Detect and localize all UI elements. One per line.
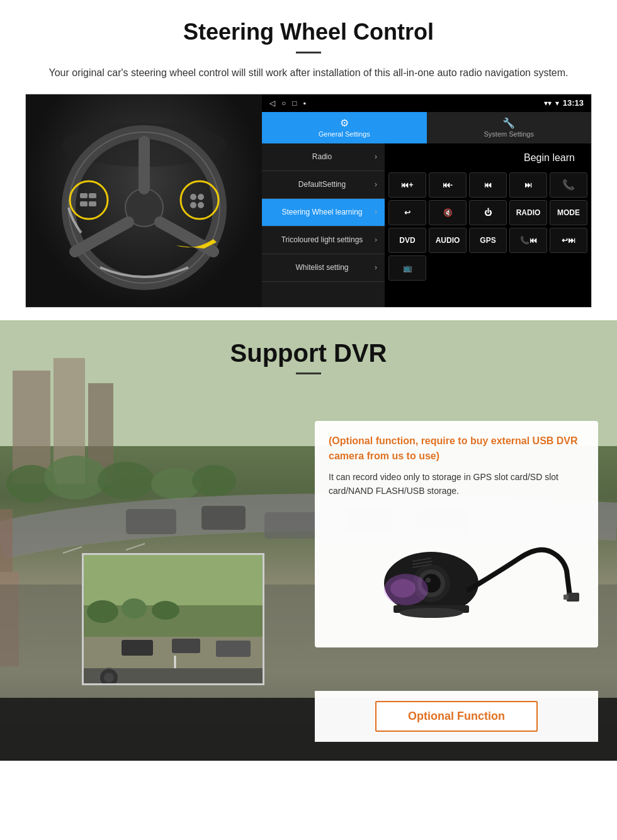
dvr-screenshot-thumbnail bbox=[82, 553, 264, 685]
section-subtitle: Your original car's steering wheel contr… bbox=[38, 65, 579, 81]
status-left: ◁ ○ □ ▪ bbox=[269, 99, 306, 108]
phone-prev-btn[interactable]: 📞⏮ bbox=[509, 228, 547, 253]
begin-learn-row: Begin learn bbox=[388, 147, 587, 169]
svg-point-14 bbox=[198, 194, 204, 200]
begin-learn-button[interactable]: Begin learn bbox=[511, 147, 587, 169]
svg-rect-11 bbox=[80, 201, 88, 206]
dvr-section: Support DVR (Optional function, require … bbox=[0, 320, 617, 761]
menu-list: Radio › DefaultSetting › Steering Wheel … bbox=[262, 143, 385, 307]
status-bar: ◁ ○ □ ▪ ▾▾ ▾ 13:13 bbox=[262, 94, 591, 112]
svg-point-13 bbox=[190, 194, 196, 200]
dvd-btn[interactable]: DVD bbox=[388, 228, 426, 253]
menu-steering-label: Steering Wheel learning bbox=[269, 208, 375, 216]
gps-btn[interactable]: GPS bbox=[469, 228, 507, 253]
chevron-right-icon: › bbox=[375, 235, 377, 244]
menu-item-radio[interactable]: Radio › bbox=[262, 143, 385, 171]
steering-wheel-image bbox=[26, 94, 262, 308]
menu-item-default[interactable]: DefaultSetting › bbox=[262, 171, 385, 199]
dvr-camera-svg bbox=[331, 508, 582, 634]
chevron-right-icon: › bbox=[375, 152, 377, 161]
svg-point-15 bbox=[190, 202, 196, 208]
wifi-icon: ▾ bbox=[555, 99, 559, 108]
power-btn[interactable]: ⏻ bbox=[469, 200, 507, 225]
hang-up-btn[interactable]: ↩ bbox=[388, 200, 426, 225]
steering-wheel-svg bbox=[50, 107, 239, 296]
svg-point-64 bbox=[104, 673, 114, 683]
dvr-header: Support DVR bbox=[0, 320, 617, 384]
svg-point-25 bbox=[192, 465, 236, 496]
svg-rect-9 bbox=[80, 193, 88, 198]
radio-btn[interactable]: RADIO bbox=[509, 200, 547, 225]
svg-point-55 bbox=[152, 601, 179, 620]
svg-rect-51 bbox=[84, 555, 264, 605]
svg-rect-59 bbox=[216, 641, 251, 657]
svg-point-47 bbox=[390, 579, 416, 598]
home-nav-icon[interactable]: ○ bbox=[281, 99, 286, 108]
svg-point-53 bbox=[87, 600, 118, 623]
title-divider bbox=[296, 52, 321, 53]
chevron-right-icon: › bbox=[375, 180, 377, 189]
dvr-camera-illustration bbox=[329, 508, 584, 634]
status-time: 13:13 bbox=[563, 98, 584, 108]
mode-btn[interactable]: MODE bbox=[550, 200, 587, 225]
menu-whitelist-label: Whitelist setting bbox=[269, 263, 375, 272]
status-icons: ▾▾ ▾ 13:13 bbox=[544, 98, 584, 108]
vol-up-btn[interactable]: ⏮+ bbox=[388, 172, 426, 198]
menu-tricolour-label: Tricoloured light settings bbox=[269, 235, 375, 244]
back-nav-icon[interactable]: ◁ bbox=[269, 99, 275, 108]
menu-controls-area: Radio › DefaultSetting › Steering Wheel … bbox=[262, 143, 591, 307]
screenshot-container: ◁ ○ □ ▪ ▾▾ ▾ 13:13 ⚙ General Settings bbox=[25, 94, 592, 308]
nav-tabs: ⚙ General Settings 🔧 System Settings bbox=[262, 112, 591, 143]
svg-point-43 bbox=[400, 608, 463, 618]
menu-item-steering-learning[interactable]: Steering Wheel learning › bbox=[262, 199, 385, 227]
android-ui: ◁ ○ □ ▪ ▾▾ ▾ 13:13 ⚙ General Settings bbox=[262, 94, 591, 307]
tab-general-settings[interactable]: ⚙ General Settings bbox=[262, 112, 427, 143]
svg-point-22 bbox=[44, 456, 107, 500]
dvr-divider bbox=[296, 372, 321, 374]
menu-item-whitelist[interactable]: Whitelist setting › bbox=[262, 254, 385, 282]
next-track-btn[interactable]: ⏭ bbox=[509, 172, 547, 198]
dvr-info-description: It can record video only to storage in G… bbox=[329, 470, 584, 498]
control-grid: ⏮+ ⏮- ⏮ ⏭ 📞 ↩ 🔇 ⏻ RADIO MODE DVD AUDIO G… bbox=[388, 172, 587, 281]
menu-default-label: DefaultSetting bbox=[269, 180, 375, 189]
svg-point-23 bbox=[98, 462, 154, 500]
menu-nav-icon[interactable]: ▪ bbox=[303, 99, 306, 108]
menu-item-tricolour[interactable]: Tricoloured light settings › bbox=[262, 227, 385, 254]
tab-general-label: General Settings bbox=[319, 130, 370, 138]
mute-btn[interactable]: 🔇 bbox=[429, 200, 467, 225]
audio-btn[interactable]: AUDIO bbox=[429, 228, 467, 253]
svg-rect-57 bbox=[122, 640, 153, 656]
svg-rect-45 bbox=[563, 595, 569, 600]
controls-panel: Begin learn ⏮+ ⏮- ⏮ ⏭ 📞 ↩ 🔇 ⏻ RADIO MODE bbox=[385, 143, 591, 307]
svg-rect-58 bbox=[172, 639, 200, 653]
recents-nav-icon[interactable]: □ bbox=[292, 99, 297, 108]
dvr-info-card: (Optional function, require to buy exter… bbox=[315, 421, 598, 648]
phone-btn[interactable]: 📞 bbox=[550, 172, 587, 198]
tab-system-settings[interactable]: 🔧 System Settings bbox=[427, 112, 592, 143]
svg-line-5 bbox=[75, 222, 128, 252]
svg-rect-33 bbox=[0, 509, 13, 572]
svg-rect-28 bbox=[264, 512, 321, 539]
tab-system-label: System Settings bbox=[484, 130, 534, 138]
svg-rect-26 bbox=[126, 509, 176, 534]
svg-point-41 bbox=[426, 578, 431, 583]
dvr-optional-notice: (Optional function, require to buy exter… bbox=[329, 434, 584, 464]
signal-icon: ▾▾ bbox=[544, 99, 552, 108]
back-next-btn[interactable]: ↩⏭ bbox=[550, 228, 587, 253]
svg-rect-10 bbox=[89, 193, 96, 198]
mini-scene-svg bbox=[84, 555, 264, 685]
menu-radio-label: Radio bbox=[269, 152, 375, 161]
svg-line-31 bbox=[63, 547, 82, 553]
extra-btn[interactable]: 📺 bbox=[388, 255, 426, 281]
steering-section: Steering Wheel Control Your original car… bbox=[0, 0, 617, 320]
dvr-title: Support DVR bbox=[0, 339, 617, 367]
chevron-right-icon: › bbox=[375, 208, 377, 216]
svg-rect-27 bbox=[201, 506, 246, 530]
svg-point-16 bbox=[198, 202, 204, 208]
optional-function-container: Optional Function bbox=[315, 691, 598, 742]
dvr-screenshot-inner bbox=[84, 555, 263, 683]
svg-line-32 bbox=[126, 544, 145, 550]
vol-down-btn[interactable]: ⏮- bbox=[429, 172, 467, 198]
prev-track-btn[interactable]: ⏮ bbox=[469, 172, 507, 198]
optional-function-button[interactable]: Optional Function bbox=[375, 701, 538, 732]
